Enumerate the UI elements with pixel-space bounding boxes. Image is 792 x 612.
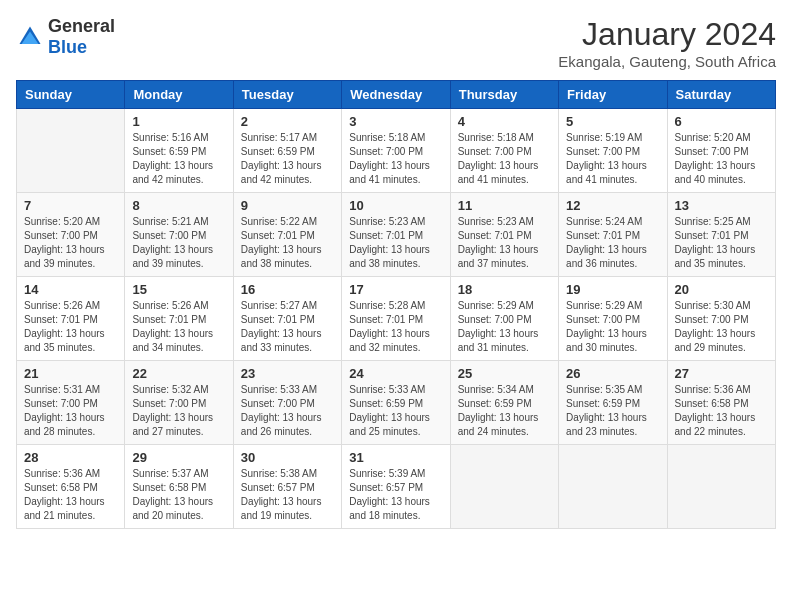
day-number: 14 <box>24 282 117 297</box>
day-info: Sunrise: 5:23 AMSunset: 7:01 PMDaylight:… <box>349 215 442 271</box>
calendar-cell: 1Sunrise: 5:16 AMSunset: 6:59 PMDaylight… <box>125 109 233 193</box>
calendar-cell: 4Sunrise: 5:18 AMSunset: 7:00 PMDaylight… <box>450 109 558 193</box>
calendar-week-row: 28Sunrise: 5:36 AMSunset: 6:58 PMDayligh… <box>17 445 776 529</box>
day-number: 2 <box>241 114 334 129</box>
day-info: Sunrise: 5:21 AMSunset: 7:00 PMDaylight:… <box>132 215 225 271</box>
day-info: Sunrise: 5:17 AMSunset: 6:59 PMDaylight:… <box>241 131 334 187</box>
day-info: Sunrise: 5:38 AMSunset: 6:57 PMDaylight:… <box>241 467 334 523</box>
day-number: 30 <box>241 450 334 465</box>
day-info: Sunrise: 5:30 AMSunset: 7:00 PMDaylight:… <box>675 299 768 355</box>
day-info: Sunrise: 5:26 AMSunset: 7:01 PMDaylight:… <box>132 299 225 355</box>
calendar-cell: 13Sunrise: 5:25 AMSunset: 7:01 PMDayligh… <box>667 193 775 277</box>
calendar-cell: 7Sunrise: 5:20 AMSunset: 7:00 PMDaylight… <box>17 193 125 277</box>
day-number: 29 <box>132 450 225 465</box>
day-number: 15 <box>132 282 225 297</box>
day-info: Sunrise: 5:36 AMSunset: 6:58 PMDaylight:… <box>24 467 117 523</box>
calendar-cell <box>667 445 775 529</box>
calendar-cell: 22Sunrise: 5:32 AMSunset: 7:00 PMDayligh… <box>125 361 233 445</box>
calendar-cell: 9Sunrise: 5:22 AMSunset: 7:01 PMDaylight… <box>233 193 341 277</box>
day-info: Sunrise: 5:37 AMSunset: 6:58 PMDaylight:… <box>132 467 225 523</box>
calendar-cell: 12Sunrise: 5:24 AMSunset: 7:01 PMDayligh… <box>559 193 667 277</box>
calendar-cell: 5Sunrise: 5:19 AMSunset: 7:00 PMDaylight… <box>559 109 667 193</box>
day-info: Sunrise: 5:29 AMSunset: 7:00 PMDaylight:… <box>566 299 659 355</box>
day-info: Sunrise: 5:23 AMSunset: 7:01 PMDaylight:… <box>458 215 551 271</box>
calendar-cell <box>559 445 667 529</box>
day-info: Sunrise: 5:32 AMSunset: 7:00 PMDaylight:… <box>132 383 225 439</box>
day-info: Sunrise: 5:39 AMSunset: 6:57 PMDaylight:… <box>349 467 442 523</box>
day-number: 22 <box>132 366 225 381</box>
calendar-table: SundayMondayTuesdayWednesdayThursdayFrid… <box>16 80 776 529</box>
day-info: Sunrise: 5:18 AMSunset: 7:00 PMDaylight:… <box>458 131 551 187</box>
day-number: 6 <box>675 114 768 129</box>
calendar-cell: 15Sunrise: 5:26 AMSunset: 7:01 PMDayligh… <box>125 277 233 361</box>
calendar-cell: 20Sunrise: 5:30 AMSunset: 7:00 PMDayligh… <box>667 277 775 361</box>
calendar-cell: 29Sunrise: 5:37 AMSunset: 6:58 PMDayligh… <box>125 445 233 529</box>
weekday-header: Saturday <box>667 81 775 109</box>
calendar-cell: 28Sunrise: 5:36 AMSunset: 6:58 PMDayligh… <box>17 445 125 529</box>
day-number: 25 <box>458 366 551 381</box>
day-number: 1 <box>132 114 225 129</box>
day-info: Sunrise: 5:31 AMSunset: 7:00 PMDaylight:… <box>24 383 117 439</box>
calendar-header-row: SundayMondayTuesdayWednesdayThursdayFrid… <box>17 81 776 109</box>
day-number: 27 <box>675 366 768 381</box>
month-title: January 2024 <box>558 16 776 53</box>
weekday-header: Friday <box>559 81 667 109</box>
calendar-cell <box>450 445 558 529</box>
day-number: 24 <box>349 366 442 381</box>
weekday-header: Wednesday <box>342 81 450 109</box>
day-number: 9 <box>241 198 334 213</box>
day-number: 5 <box>566 114 659 129</box>
calendar-cell: 31Sunrise: 5:39 AMSunset: 6:57 PMDayligh… <box>342 445 450 529</box>
day-info: Sunrise: 5:19 AMSunset: 7:00 PMDaylight:… <box>566 131 659 187</box>
day-number: 17 <box>349 282 442 297</box>
calendar-cell: 26Sunrise: 5:35 AMSunset: 6:59 PMDayligh… <box>559 361 667 445</box>
calendar-cell: 11Sunrise: 5:23 AMSunset: 7:01 PMDayligh… <box>450 193 558 277</box>
day-info: Sunrise: 5:28 AMSunset: 7:01 PMDaylight:… <box>349 299 442 355</box>
day-number: 18 <box>458 282 551 297</box>
day-info: Sunrise: 5:20 AMSunset: 7:00 PMDaylight:… <box>675 131 768 187</box>
day-info: Sunrise: 5:33 AMSunset: 7:00 PMDaylight:… <box>241 383 334 439</box>
day-number: 3 <box>349 114 442 129</box>
logo-blue: Blue <box>48 37 87 57</box>
weekday-header: Thursday <box>450 81 558 109</box>
day-number: 20 <box>675 282 768 297</box>
logo: General Blue <box>16 16 115 58</box>
calendar-cell: 30Sunrise: 5:38 AMSunset: 6:57 PMDayligh… <box>233 445 341 529</box>
calendar-cell: 2Sunrise: 5:17 AMSunset: 6:59 PMDaylight… <box>233 109 341 193</box>
day-number: 4 <box>458 114 551 129</box>
day-info: Sunrise: 5:24 AMSunset: 7:01 PMDaylight:… <box>566 215 659 271</box>
logo-general: General <box>48 16 115 36</box>
calendar-cell: 21Sunrise: 5:31 AMSunset: 7:00 PMDayligh… <box>17 361 125 445</box>
calendar-cell: 17Sunrise: 5:28 AMSunset: 7:01 PMDayligh… <box>342 277 450 361</box>
day-info: Sunrise: 5:27 AMSunset: 7:01 PMDaylight:… <box>241 299 334 355</box>
weekday-header: Sunday <box>17 81 125 109</box>
day-info: Sunrise: 5:20 AMSunset: 7:00 PMDaylight:… <box>24 215 117 271</box>
weekday-header: Tuesday <box>233 81 341 109</box>
weekday-header: Monday <box>125 81 233 109</box>
calendar-cell: 6Sunrise: 5:20 AMSunset: 7:00 PMDaylight… <box>667 109 775 193</box>
day-number: 7 <box>24 198 117 213</box>
day-number: 13 <box>675 198 768 213</box>
calendar-cell: 19Sunrise: 5:29 AMSunset: 7:00 PMDayligh… <box>559 277 667 361</box>
calendar-cell: 8Sunrise: 5:21 AMSunset: 7:00 PMDaylight… <box>125 193 233 277</box>
day-number: 12 <box>566 198 659 213</box>
day-number: 10 <box>349 198 442 213</box>
calendar-cell: 25Sunrise: 5:34 AMSunset: 6:59 PMDayligh… <box>450 361 558 445</box>
day-info: Sunrise: 5:18 AMSunset: 7:00 PMDaylight:… <box>349 131 442 187</box>
day-number: 28 <box>24 450 117 465</box>
day-number: 19 <box>566 282 659 297</box>
day-info: Sunrise: 5:29 AMSunset: 7:00 PMDaylight:… <box>458 299 551 355</box>
page-header: General Blue January 2024 Ekangala, Gaut… <box>16 16 776 70</box>
calendar-cell: 24Sunrise: 5:33 AMSunset: 6:59 PMDayligh… <box>342 361 450 445</box>
calendar-week-row: 7Sunrise: 5:20 AMSunset: 7:00 PMDaylight… <box>17 193 776 277</box>
day-number: 11 <box>458 198 551 213</box>
day-info: Sunrise: 5:26 AMSunset: 7:01 PMDaylight:… <box>24 299 117 355</box>
calendar-cell: 10Sunrise: 5:23 AMSunset: 7:01 PMDayligh… <box>342 193 450 277</box>
logo-icon <box>16 23 44 51</box>
day-number: 23 <box>241 366 334 381</box>
calendar-week-row: 1Sunrise: 5:16 AMSunset: 6:59 PMDaylight… <box>17 109 776 193</box>
calendar-cell: 27Sunrise: 5:36 AMSunset: 6:58 PMDayligh… <box>667 361 775 445</box>
calendar-cell: 14Sunrise: 5:26 AMSunset: 7:01 PMDayligh… <box>17 277 125 361</box>
calendar-cell: 16Sunrise: 5:27 AMSunset: 7:01 PMDayligh… <box>233 277 341 361</box>
day-info: Sunrise: 5:35 AMSunset: 6:59 PMDaylight:… <box>566 383 659 439</box>
